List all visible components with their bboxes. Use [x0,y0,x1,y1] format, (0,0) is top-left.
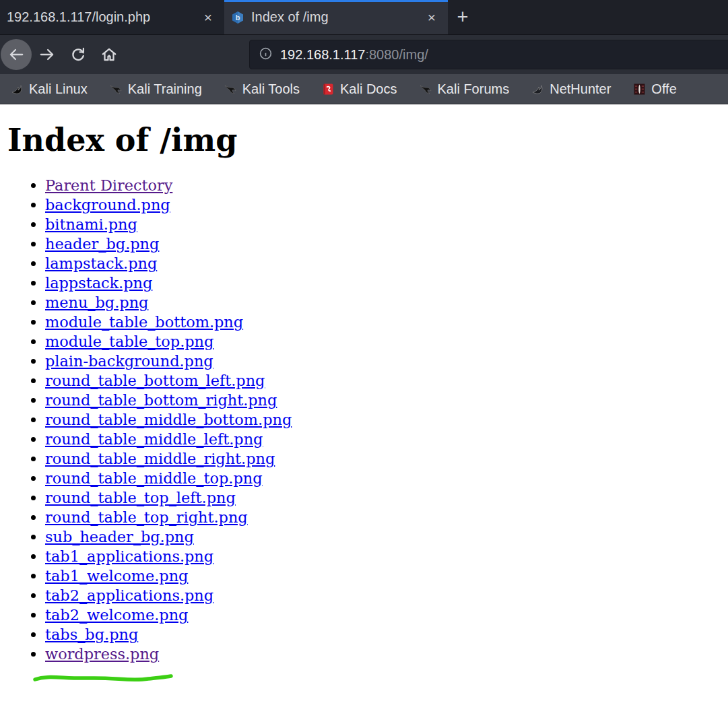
file-link[interactable]: tabs_bg.png [45,626,138,643]
list-item: tab1_welcome.png [45,566,728,586]
list-item: tabs_bg.png [45,625,728,644]
kali-bird-icon [110,83,123,96]
list-item: lampstack.png [45,254,728,273]
bookmarks-toolbar: Kali Linux Kali Training Kali Tools Kali… [0,74,728,104]
file-link[interactable]: tab2_applications.png [45,587,213,604]
file-link[interactable]: Parent Directory [45,176,172,194]
red-book-icon [322,83,335,96]
bookmark-label: Kali Forums [438,81,510,97]
list-item: header_bg.png [45,234,728,254]
file-list: Parent Directorybackground.pngbitnami.pn… [0,176,728,664]
green-underline-annotation [30,670,178,688]
bookmark-label: Offe [651,81,676,97]
file-link[interactable]: bitnami.png [45,215,137,233]
file-link[interactable]: lampstack.png [45,255,157,272]
list-item: round_table_top_right.png [45,508,728,527]
tabbar-empty-space [477,0,728,34]
list-item: sub_header_bg.png [45,527,728,547]
file-link[interactable]: menu_bg.png [45,294,148,311]
file-link[interactable]: module_table_top.png [45,333,213,350]
kali-bird-icon [420,83,432,96]
bookmark-kali-docs[interactable]: Kali Docs [322,81,397,97]
navigation-toolbar: 192.168.1.117:8080/img/ [0,35,728,74]
file-link[interactable]: plain-background.png [45,352,213,370]
file-link[interactable]: lappstack.png [45,274,152,292]
file-link[interactable]: tab1_welcome.png [45,567,188,585]
offsec-badge-icon [633,83,646,96]
file-link[interactable]: round_table_top_right.png [45,508,248,526]
bookmark-kali-linux[interactable]: Kali Linux [11,81,88,97]
list-item: tab2_welcome.png [45,605,728,625]
bookmark-label: NetHunter [550,81,611,97]
kali-dragon-icon [11,83,24,96]
file-link[interactable]: wordpress.png [45,645,159,663]
back-button[interactable] [1,39,32,70]
list-item: bitnami.png [45,215,728,234]
file-link[interactable]: module_table_bottom.png [45,313,243,331]
url-path: :8080/img/ [365,47,428,62]
file-link[interactable]: tab1_applications.png [45,547,213,565]
list-item: round_table_top_left.png [45,488,728,508]
list-item: round_table_bottom_left.png [45,371,728,391]
file-link[interactable]: round_table_bottom_left.png [45,372,265,389]
file-link[interactable]: round_table_bottom_right.png [45,391,277,409]
list-item: tab2_applications.png [45,586,728,605]
list-item: Parent Directory [45,176,728,195]
browser-window: 192.168.1.117/login.php × b Index of /im… [0,0,728,701]
list-item: round_table_middle_left.png [45,430,728,449]
file-link[interactable]: round_table_middle_bottom.png [45,411,292,428]
file-link[interactable]: round_table_top_left.png [45,489,236,506]
list-item: background.png [45,195,728,215]
list-item: module_table_bottom.png [45,312,728,332]
close-tab-icon[interactable]: × [424,9,440,26]
site-info-icon[interactable] [259,47,272,63]
svg-text:b: b [236,13,240,22]
list-item: wordpress.png [45,644,728,664]
bookmark-label: Kali Docs [340,81,397,97]
list-item: round_table_middle_top.png [45,469,728,488]
list-item: plain-background.png [45,352,728,371]
web-page-content: Index of /img Parent Directorybackground… [0,104,728,700]
file-link[interactable]: round_table_middle_left.png [45,430,263,448]
file-link[interactable]: background.png [45,196,170,213]
file-link[interactable]: sub_header_bg.png [45,528,194,545]
home-button[interactable] [94,39,125,70]
bookmark-label: Kali Linux [29,81,88,97]
kali-bird-icon [224,83,237,96]
list-item: lappstack.png [45,273,728,293]
url-bar[interactable]: 192.168.1.117:8080/img/ [249,40,728,69]
tab-title: Index of /img [251,9,417,25]
bitnami-favicon-icon: b [231,11,244,24]
file-link[interactable]: round_table_middle_top.png [45,469,263,487]
tab-index-of-img[interactable]: b Index of /img × [224,0,448,34]
file-link[interactable]: round_table_middle_right.png [45,450,275,467]
list-item: round_table_middle_bottom.png [45,410,728,430]
new-tab-button[interactable]: + [448,0,477,34]
page-title: Index of /img [0,104,728,158]
reload-button[interactable] [63,39,94,70]
bookmark-kali-tools[interactable]: Kali Tools [224,81,300,97]
url-text: 192.168.1.117:8080/img/ [280,47,428,63]
bookmark-offensive-security[interactable]: Offe [633,81,676,97]
bookmark-label: Kali Training [128,81,202,97]
list-item: round_table_bottom_right.png [45,391,728,410]
list-item: module_table_top.png [45,332,728,352]
url-host: 192.168.1.117 [280,47,365,62]
bookmark-kali-forums[interactable]: Kali Forums [420,81,510,97]
file-link[interactable]: header_bg.png [45,235,159,253]
bookmark-nethunter[interactable]: NetHunter [531,81,611,97]
close-tab-icon[interactable]: × [200,9,216,26]
tab-login-page[interactable]: 192.168.1.117/login.php × [0,0,224,34]
forward-button[interactable] [32,39,63,70]
file-link[interactable]: tab2_welcome.png [45,606,188,624]
tab-title: 192.168.1.117/login.php [7,9,193,25]
list-item: tab1_applications.png [45,547,728,566]
kali-dragon-icon [531,83,544,96]
list-item: menu_bg.png [45,293,728,312]
list-item: round_table_middle_right.png [45,449,728,469]
tab-bar: 192.168.1.117/login.php × b Index of /im… [0,0,728,35]
bookmark-kali-training[interactable]: Kali Training [110,81,202,97]
bookmark-label: Kali Tools [242,81,300,97]
